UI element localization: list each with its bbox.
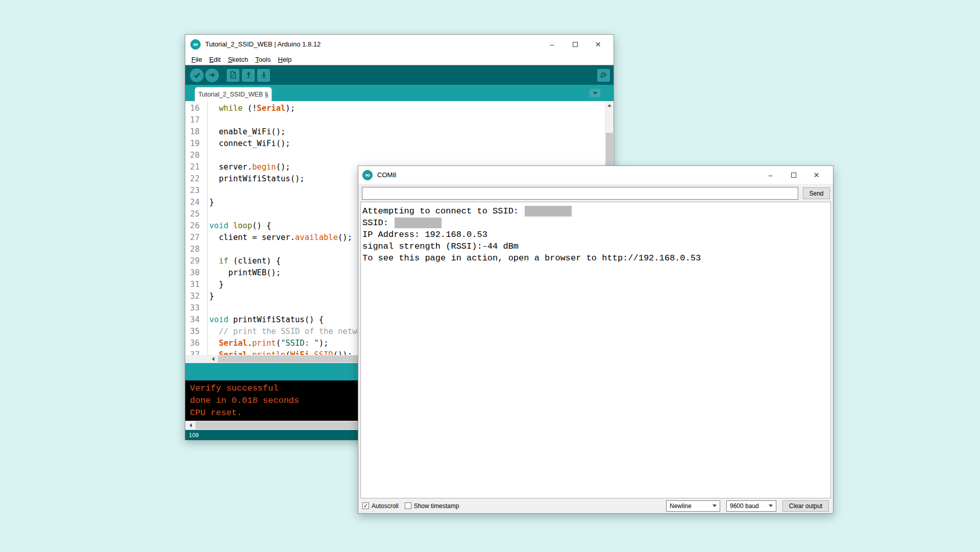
magnifier-icon (599, 71, 608, 80)
code-line-17: 17 (185, 114, 614, 126)
arduino-logo-icon: ∞ (362, 170, 373, 180)
verify-button[interactable] (190, 68, 204, 82)
close-button[interactable]: ✕ (805, 166, 828, 184)
ide-titlebar[interactable]: ∞ Tutorial_2_SSID_WEB | Arduino 1.8.12 –… (185, 35, 614, 54)
check-icon (193, 71, 201, 79)
menu-bar: FileEditSketchToolsHelp (185, 54, 614, 65)
serial-line: IP Address: 192.168.0.53 (362, 229, 829, 241)
scroll-left-arrow[interactable] (186, 421, 195, 430)
upload-button[interactable] (205, 68, 219, 82)
clear-output-button[interactable]: Clear output (782, 500, 829, 512)
line-ending-value: Newline (670, 502, 713, 510)
serial-line: SSID: (362, 217, 829, 229)
minimize-button[interactable]: – (541, 35, 564, 54)
arduino-logo-icon: ∞ (190, 39, 201, 50)
tab-tutorial-2-ssid-web[interactable]: Tutorial_2_SSID_WEB § (195, 87, 272, 101)
document-icon (229, 71, 237, 79)
menu-file[interactable]: File (188, 55, 205, 64)
serial-monitor-button[interactable] (597, 69, 610, 82)
tab-bar: Tutorial_2_SSID_WEB § (185, 85, 614, 101)
autoscroll-checkbox[interactable]: ✓ (362, 502, 369, 509)
redaction-box (395, 218, 442, 228)
cursor-line-indicator: 109 (189, 432, 199, 438)
serial-send-input[interactable] (362, 187, 798, 200)
serial-window-controls: – ✕ (759, 166, 828, 184)
triangle-up-icon (607, 104, 611, 107)
arrow-down-tray-icon (260, 71, 268, 79)
menu-edit[interactable]: Edit (206, 55, 224, 64)
close-button[interactable]: ✕ (586, 35, 609, 54)
arrow-right-icon (208, 71, 216, 79)
code-line-18: 18 enable_WiFi(); (185, 126, 614, 138)
maximize-icon (791, 173, 796, 178)
scroll-left-arrow[interactable] (209, 355, 217, 363)
chevron-down-icon (593, 92, 597, 94)
serial-bottom-bar: ✓ Autoscroll ✓ Show timestamp Newline 96… (358, 498, 833, 513)
show-timestamp-label: Show timestamp (414, 502, 459, 510)
arrow-up-tray-icon (244, 71, 253, 79)
ide-toolbar (185, 65, 614, 85)
ide-window-controls: – ✕ (541, 35, 609, 54)
scroll-up-arrow[interactable] (605, 101, 614, 110)
autoscroll-label: Autoscroll (372, 502, 399, 510)
serial-monitor-window: ∞ COM8 – ✕ Send Attempting to connect to… (358, 165, 834, 514)
serial-titlebar[interactable]: ∞ COM8 – ✕ (358, 166, 833, 184)
menu-help[interactable]: Help (275, 55, 295, 64)
serial-line: To see this page in action, open a brows… (362, 252, 829, 264)
desktop: ∞ Tutorial_2_SSID_WEB | Arduino 1.8.12 –… (0, 0, 980, 552)
chevron-down-icon (769, 505, 773, 507)
code-line-16: 16 while (!Serial); (185, 103, 614, 114)
baud-rate-select[interactable]: 9600 baud (726, 500, 776, 512)
menu-tools[interactable]: Tools (252, 55, 274, 64)
tab-list-dropdown-button[interactable] (590, 89, 600, 97)
triangle-left-icon (189, 423, 192, 427)
new-sketch-button[interactable] (227, 69, 239, 82)
code-line-19: 19 connect_WiFi(); (185, 138, 614, 150)
serial-line: signal strength (RSSI):-44 dBm (362, 241, 829, 252)
minimize-button[interactable]: – (759, 166, 782, 184)
code-line-20: 20 (185, 150, 614, 161)
show-timestamp-checkbox[interactable]: ✓ (405, 502, 411, 509)
maximize-icon (573, 42, 578, 47)
open-sketch-button[interactable] (242, 69, 255, 82)
maximize-button[interactable] (782, 166, 805, 184)
ide-window-title: Tutorial_2_SSID_WEB | Arduino 1.8.12 (205, 40, 321, 48)
maximize-button[interactable] (564, 35, 586, 54)
line-ending-select[interactable]: Newline (666, 500, 720, 512)
send-button[interactable]: Send (803, 187, 830, 199)
serial-window-title: COM8 (377, 171, 397, 179)
redaction-box (525, 206, 572, 217)
chevron-down-icon (713, 505, 717, 507)
save-sketch-button[interactable] (257, 69, 270, 82)
menu-sketch[interactable]: Sketch (225, 55, 251, 64)
check-icon: ✓ (363, 503, 368, 509)
baud-rate-value: 9600 baud (730, 502, 769, 510)
serial-line: Attempting to connect to SSID: (362, 205, 829, 217)
triangle-left-icon (212, 357, 214, 361)
serial-output[interactable]: Attempting to connect to SSID: SSID: IP … (360, 202, 831, 498)
